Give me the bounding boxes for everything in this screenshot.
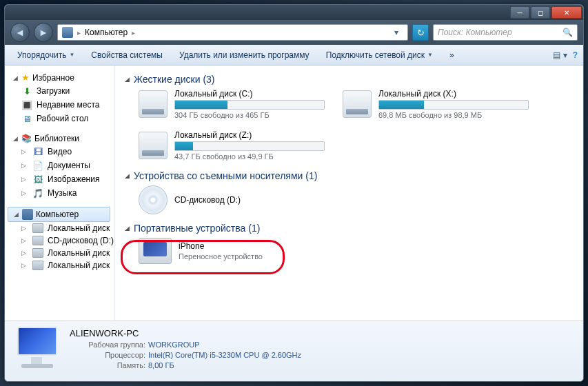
workgroup-value: WORKGROUP (148, 341, 200, 349)
collapse-icon: ◢ (12, 211, 19, 218)
computer-name: ALIENWORK-PC (70, 328, 301, 338)
drive-label: Локальный диск (X:) (378, 89, 529, 99)
drive-z[interactable]: Локальный диск (Z:) 43,7 ГБ свободно из … (139, 130, 325, 161)
drive-icon (32, 223, 43, 233)
sidebar-item-documents[interactable]: ▷📄Документы (8, 159, 114, 172)
cd-drive-icon (32, 236, 43, 245)
back-button[interactable]: ◄ (10, 23, 30, 42)
drive-free-text: 69,8 МБ свободно из 98,9 МБ (378, 111, 529, 119)
capacity-bar (378, 100, 529, 110)
drive-x[interactable]: Локальный диск (X:) 69,8 МБ свободно из … (343, 89, 529, 119)
computer-icon (14, 327, 60, 368)
sidebar-item-drive-z[interactable]: ▷Локальный диск (8, 259, 114, 272)
refresh-button[interactable]: ↻ (412, 24, 429, 41)
minimize-button[interactable]: ─ (510, 6, 529, 19)
music-icon: 🎵 (32, 187, 43, 199)
address-bar[interactable]: ▸ Компьютер ▸ ▾ (57, 24, 408, 41)
sidebar-item-music[interactable]: ▷🎵Музыка (8, 186, 114, 200)
cd-drive-d[interactable]: CD-дисковод (D:) (125, 185, 572, 214)
expand-icon: ▷ (21, 262, 28, 269)
close-button[interactable]: ✕ (551, 6, 582, 19)
expand-icon: ▷ (21, 225, 28, 232)
collapse-icon: ◢ (125, 225, 130, 232)
drive-icon (32, 248, 43, 258)
memory-value: 8,00 ГБ (148, 361, 174, 369)
expand-icon: ▷ (21, 162, 28, 169)
favorites-group[interactable]: ◢ ★ Избранное (8, 71, 114, 84)
sidebar-item-drive-c[interactable]: ▷Локальный диск (8, 222, 114, 234)
workgroup-label: Рабочая группа: (70, 341, 145, 349)
libraries-group[interactable]: ◢ 📚 Библиотеки (8, 132, 114, 145)
drive-icon (343, 90, 372, 118)
computer-icon (62, 27, 73, 38)
overflow-button[interactable]: » (443, 48, 461, 63)
drive-label: Локальный диск (Z:) (174, 130, 325, 140)
search-placeholder: Поиск: Компьютер (438, 28, 512, 37)
sidebar-item-downloads[interactable]: ⬇Загрузки (8, 84, 114, 98)
drive-c[interactable]: Локальный диск (C:) 304 ГБ свободно из 4… (139, 89, 325, 119)
help-icon[interactable]: ? (573, 50, 578, 60)
expand-icon: ▷ (21, 250, 28, 256)
section-removable[interactable]: ◢Устройства со съемными носителями (1) (125, 167, 572, 185)
maximize-button[interactable]: ◻ (531, 6, 550, 19)
sidebar-item-video[interactable]: ▷🎞Видео (8, 145, 114, 159)
explorer-window: ─ ◻ ✕ ◄ ► ▸ Компьютер ▸ ▾ ↻ Поиск: Компь… (4, 4, 584, 382)
collapse-icon: ◢ (12, 74, 19, 81)
chevron-right-icon: ▸ (77, 29, 81, 37)
sidebar-item-computer[interactable]: ◢ Компьютер (8, 207, 110, 222)
navigation-pane: ◢ ★ Избранное ⬇Загрузки 🔳Недавние места … (5, 65, 115, 321)
collapse-icon: ◢ (125, 76, 130, 83)
section-portable[interactable]: ◢Портативные устройства (1) (125, 220, 572, 238)
breadcrumb[interactable]: Компьютер (85, 28, 128, 37)
toolbar: Упорядочить▼ Свойства системы Удалить ил… (5, 45, 583, 65)
capacity-bar (174, 141, 325, 151)
sidebar-item-recent[interactable]: 🔳Недавние места (8, 98, 114, 112)
document-icon: 📄 (32, 160, 43, 171)
device-label: CD-дисковод (D:) (174, 195, 572, 205)
expand-icon: ▷ (21, 176, 28, 183)
sidebar-item-drive-x[interactable]: ▷Локальный диск (8, 247, 114, 259)
drive-free-text: 43,7 ГБ свободно из 49,9 ГБ (174, 152, 325, 161)
uninstall-button[interactable]: Удалить или изменить программу (172, 48, 316, 63)
titlebar: ─ ◻ ✕ (5, 5, 583, 20)
computer-icon (22, 209, 33, 220)
content-pane: ◢Жесткие диски (3) Локальный диск (C:) 3… (115, 65, 583, 321)
device-type: Переносное устройство (179, 252, 572, 261)
download-icon: ⬇ (21, 85, 32, 96)
drive-icon (32, 261, 43, 270)
collapse-icon: ◢ (12, 135, 19, 142)
capacity-bar (174, 100, 325, 110)
forward-button[interactable]: ► (34, 23, 53, 42)
star-icon: ★ (21, 72, 30, 83)
map-drive-button[interactable]: Подключить сетевой диск▼ (319, 48, 440, 63)
chevron-down-icon: ▼ (69, 52, 74, 58)
cpu-value: Intel(R) Core(TM) i5-3230M CPU @ 2.60GHz (148, 351, 301, 359)
search-input[interactable]: Поиск: Компьютер 🔍 (433, 24, 578, 41)
chevron-down-icon: ▼ (427, 52, 433, 58)
drive-label: Локальный диск (C:) (174, 89, 325, 99)
cpu-label: Процессор: (70, 351, 145, 359)
drive-icon (139, 132, 168, 159)
sidebar-item-drive-d[interactable]: ▷CD-дисковод (D:) (8, 234, 114, 247)
organize-button[interactable]: Упорядочить▼ (10, 48, 81, 63)
portable-device-iphone[interactable]: iPhone Переносное устройство (125, 238, 572, 264)
cd-icon (139, 185, 168, 214)
details-pane: ALIENWORK-PC Рабочая группа:WORKGROUP Пр… (5, 321, 583, 381)
library-icon: 📚 (21, 134, 32, 143)
section-hard-drives[interactable]: ◢Жесткие диски (3) (125, 71, 572, 89)
dropdown-icon[interactable]: ▾ (389, 26, 403, 39)
desktop-icon: 🖥 (21, 113, 32, 124)
recent-icon: 🔳 (21, 99, 32, 110)
device-label: iPhone (179, 241, 572, 251)
chevron-right-icon: ▸ (132, 29, 135, 37)
expand-icon: ▷ (21, 148, 28, 155)
sidebar-item-desktop[interactable]: 🖥Рабочий стол (8, 112, 114, 125)
portable-device-icon (139, 238, 172, 264)
system-properties-button[interactable]: Свойства системы (84, 48, 170, 63)
memory-label: Память: (70, 361, 145, 369)
view-icon[interactable]: ▤ ▾ (553, 50, 567, 60)
sidebar-item-images[interactable]: ▷🖼Изображения (8, 172, 114, 186)
video-icon: 🎞 (32, 146, 43, 157)
drive-icon (139, 90, 168, 118)
image-icon: 🖼 (32, 174, 43, 185)
